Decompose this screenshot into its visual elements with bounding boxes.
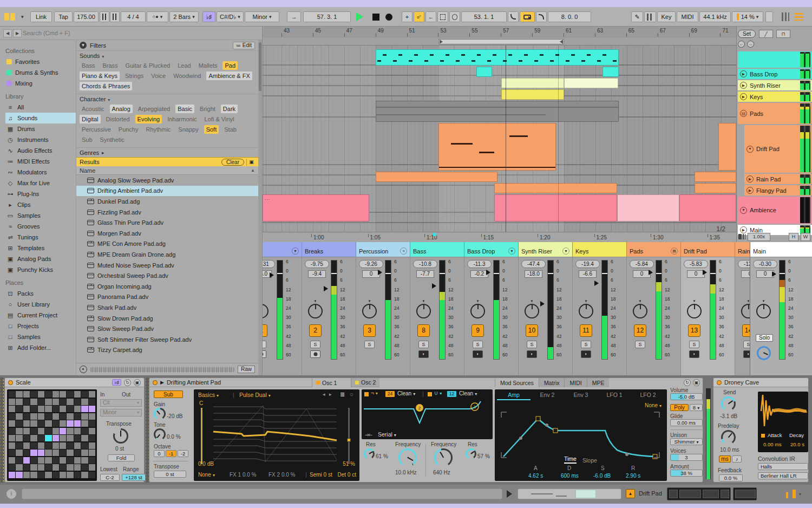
track-fold-icon[interactable] <box>740 82 747 89</box>
filter1-on-icon[interactable] <box>364 392 369 396</box>
info-icon[interactable]: i <box>6 489 16 499</box>
volume-field[interactable]: -9.4 <box>308 270 326 278</box>
track-fold-icon[interactable] <box>740 110 747 117</box>
clear-filters-button[interactable]: Clear <box>221 159 244 166</box>
peak-level-display[interactable]: -11.3 <box>467 260 492 268</box>
preview-headphone-icon[interactable] <box>80 366 87 373</box>
filter-chip[interactable]: Ambience & FX <box>206 71 252 80</box>
loop-brace[interactable] <box>438 39 564 44</box>
arm-or-monitor-button[interactable] <box>418 350 429 358</box>
mixer-strip[interactable]: Pads -5.84 0 6 0 6 12 18 24 30 36 42 48 … <box>626 242 680 375</box>
device-on-icon[interactable] <box>153 380 158 385</box>
places-item[interactable]: ⊡ Packs <box>5 288 76 299</box>
track-menu-icon[interactable] <box>508 248 515 255</box>
poly-button[interactable]: Poly <box>670 404 689 411</box>
places-item[interactable]: □ Projects <box>5 321 76 331</box>
filter-chip[interactable]: Basic <box>175 105 194 113</box>
scale-device[interactable]: Scale ♭♯ ↻ ▣ In Out C# Minor Transpose 0… <box>4 377 145 483</box>
save-filter-button[interactable]: ▣ <box>246 159 256 166</box>
pan-knob[interactable] <box>362 304 377 318</box>
send-knob[interactable] <box>721 396 736 411</box>
loop-button[interactable] <box>520 11 535 22</box>
width-zoom-button[interactable]: W <box>801 233 810 241</box>
pan-knob[interactable] <box>416 304 431 318</box>
quantize-menu[interactable]: 2 Bars <box>169 11 199 22</box>
track-activator-button[interactable]: 13 <box>688 324 700 337</box>
filter-chip[interactable]: Digital <box>80 115 101 123</box>
result-item[interactable]: Soft Shimmer Filter Sweep Pad.adv <box>76 334 258 345</box>
track-name[interactable]: Drift Pad <box>756 146 780 152</box>
re-enable-automation-button[interactable]: ← <box>425 11 436 22</box>
filter-chip[interactable]: Soft <box>204 125 219 134</box>
track-fold-icon[interactable] <box>740 207 747 214</box>
filter-chip[interactable]: Distorted <box>104 115 132 123</box>
unison-mode-menu[interactable]: Shimmer <box>670 438 703 445</box>
filter-chip[interactable]: Arpeggiated <box>136 105 172 113</box>
fader-arrow-icon[interactable] <box>432 283 436 289</box>
result-item[interactable]: Morgen Pad.adv <box>76 228 258 239</box>
collection-item[interactable]: Mixing <box>5 78 76 89</box>
result-item[interactable]: Fizzling Pad.adv <box>76 207 258 218</box>
arm-or-monitor-button[interactable] <box>689 350 699 358</box>
filter-chip[interactable]: Inharmonic <box>165 115 199 123</box>
show-device-chain-button[interactable]: ▲ <box>626 489 635 498</box>
mixer-strip[interactable]: Bass Drop -11.3 -0.2 6 0 6 12 18 24 30 3… <box>464 242 518 375</box>
envelope-tab[interactable]: Env 2 <box>531 390 564 400</box>
filter-chip[interactable]: Evolving <box>135 115 162 123</box>
attack-value[interactable]: 4.62 s <box>528 473 543 479</box>
clip-lane-row[interactable] <box>263 76 736 86</box>
filter-chip[interactable]: Strings <box>123 71 146 80</box>
library-item[interactable]: ▭ Samples <box>5 210 76 221</box>
track-header[interactable]: Ambience <box>738 197 812 224</box>
attack-value[interactable]: 0.00 ms <box>763 441 782 447</box>
solo-button[interactable]: S <box>635 341 645 348</box>
semi-value[interactable]: Semi 0 st <box>310 472 332 478</box>
filter2-on-icon[interactable] <box>428 392 432 396</box>
volume-field[interactable]: -5.0 dB <box>670 393 703 400</box>
library-item[interactable]: ∿ Audio Effects <box>5 145 76 156</box>
voices-field[interactable]: 3 <box>670 454 703 461</box>
filter-chip[interactable]: Stab <box>222 125 239 134</box>
logo-menu-caret-icon[interactable] <box>19 11 24 22</box>
device-title[interactable]: Droney Cave <box>724 379 759 386</box>
osc-level-value[interactable]: 0.0 dB <box>198 461 214 467</box>
result-item[interactable]: Panorama Pad.adv <box>76 292 258 303</box>
genres-filter-title[interactable]: Genres <box>76 147 258 157</box>
voice-count-menu[interactable]: 8 <box>690 404 703 411</box>
root-note-menu[interactable]: C#/D♭ <box>217 11 244 22</box>
filter-chip[interactable]: Synthetic <box>98 135 127 144</box>
filter-chip[interactable]: Punchy <box>116 125 141 134</box>
set-button[interactable]: Set <box>738 30 756 38</box>
solo-button[interactable]: Solo <box>756 334 773 342</box>
cpu-meter[interactable]: 14 % <box>732 11 763 22</box>
peak-level-display[interactable]: -19.4 <box>575 260 600 268</box>
draw-mode-button[interactable]: ✎ <box>631 11 643 22</box>
next-wavetable-icon[interactable]: ▸ <box>329 392 332 397</box>
nudge-down-button[interactable] <box>100 11 109 22</box>
peak-level-display[interactable]: -5.83 <box>684 260 708 268</box>
track-name[interactable]: Pads <box>750 110 763 117</box>
filter-chip[interactable]: Dark <box>221 105 238 113</box>
preview-waveform[interactable] <box>90 367 234 372</box>
new-button[interactable]: + <box>402 11 412 22</box>
collection-item[interactable]: Drums & Synths <box>5 67 76 78</box>
filter-chip[interactable]: Mallets <box>197 61 220 70</box>
filters-collapse-icon[interactable]: ▼ <box>80 42 87 49</box>
track-activator-button[interactable]: 3 <box>363 324 376 337</box>
track-menu-icon[interactable] <box>671 248 678 255</box>
tap-tempo-button[interactable]: Tap <box>54 11 73 22</box>
arrangement-clip[interactable] <box>376 49 619 66</box>
library-item[interactable]: ♫ Sounds <box>5 113 76 123</box>
mixer-track-name[interactable]: Bass <box>413 248 426 255</box>
track-fold-icon[interactable] <box>740 93 747 100</box>
track-name[interactable]: Flangy Pad <box>756 187 787 194</box>
pan-knob[interactable] <box>579 304 593 318</box>
filter-chip[interactable]: Woodwind <box>171 71 203 80</box>
envelope-tab[interactable]: Amp <box>497 390 531 400</box>
mixer-track-name[interactable]: Synth Riser <box>521 248 552 255</box>
save-preset-icon[interactable]: ▣ <box>693 379 700 386</box>
sustain-value[interactable]: -6.0 dB <box>593 473 611 479</box>
track-header[interactable]: Rain Pad <box>738 174 812 184</box>
mixer-strip[interactable]: Percussion -9.26 0 6 0 6 12 18 24 30 36 … <box>356 242 410 375</box>
pitch-mod-menu[interactable]: None <box>198 472 215 478</box>
